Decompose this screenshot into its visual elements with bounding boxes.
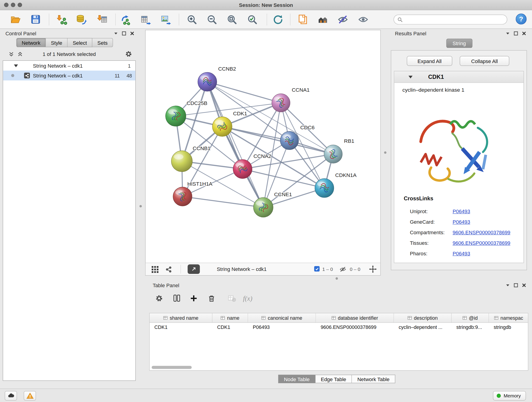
tab-network-table[interactable]: Network Table [352, 375, 395, 383]
tab-network[interactable]: Network [16, 38, 46, 47]
cloud-button[interactable] [5, 391, 17, 400]
refresh-view-button[interactable] [271, 13, 284, 26]
import-network-file-button[interactable] [55, 13, 68, 26]
zoom-in-button[interactable] [185, 13, 198, 26]
share-network-icon[interactable] [165, 266, 173, 274]
panel-close-icon[interactable] [130, 31, 134, 36]
network-edge[interactable] [222, 127, 333, 154]
export-network-button[interactable] [119, 13, 132, 26]
table-cell[interactable]: stringdb [489, 323, 528, 332]
crosslink-link[interactable]: P06493 [452, 219, 470, 225]
plus-icon [189, 294, 198, 303]
network-graph[interactable]: CCNB2CCNA1CDC25BCDK1CDC6RB1CCNB1CCNA2CDK… [146, 30, 380, 263]
crosslink-link[interactable]: P06493 [452, 208, 470, 214]
tab-string[interactable]: String [446, 39, 472, 48]
panel-maximize-icon[interactable] [122, 31, 126, 36]
zoom-out-button[interactable] [205, 13, 218, 26]
left-splitter-handle[interactable] [139, 205, 142, 207]
column-header-namespac[interactable]: namespac [489, 313, 528, 323]
column-header-description[interactable]: description [394, 313, 452, 323]
export-image-button[interactable] [159, 13, 172, 26]
network-node-HIST1H1A[interactable]: HIST1H1A [173, 181, 213, 206]
gene-section-header[interactable]: CDK1 [394, 71, 524, 83]
tab-select[interactable]: Select [68, 38, 92, 47]
network-node-CDC6[interactable]: CDC6 [280, 124, 315, 150]
horizontal-scrollbar[interactable] [152, 366, 192, 369]
panel-maximize-icon[interactable] [514, 31, 518, 36]
tree-item[interactable]: String Network – cdk11 [3, 61, 135, 70]
table-cell[interactable]: CDK1 [212, 323, 248, 332]
network-node-CDKN1A[interactable]: CDKN1A [315, 172, 357, 198]
column-header-canonical-name[interactable]: canonical name [248, 313, 316, 323]
network-node-CCNE1[interactable]: CCNE1 [253, 191, 292, 217]
tab-style[interactable]: Style [46, 38, 68, 47]
crosslink-link[interactable]: 9606.ENSP00000378699 [452, 230, 510, 235]
gear-icon[interactable] [125, 50, 133, 58]
column-header--id[interactable]: @id [452, 313, 489, 323]
hide-selected-button[interactable] [336, 13, 349, 26]
right-splitter-handle[interactable] [384, 151, 386, 153]
table-row[interactable]: CDK1CDK1P064939606.ENSP00000378699cyclin… [150, 323, 528, 332]
show-columns-button[interactable] [171, 293, 182, 304]
search-field[interactable] [394, 15, 507, 25]
zoom-selected-button[interactable] [246, 13, 259, 26]
table-cell[interactable]: CDK1 [150, 323, 212, 332]
warnings-button[interactable] [24, 391, 36, 400]
network-node-RB1[interactable]: RB1 [324, 138, 354, 163]
tab-node-table[interactable]: Node Table [278, 375, 315, 383]
panel-float-icon[interactable] [505, 283, 510, 287]
open-in-new-icon [191, 266, 196, 272]
export-table-button[interactable] [139, 13, 152, 26]
panel-float-icon[interactable] [114, 31, 118, 36]
open-session-button[interactable] [9, 13, 22, 26]
crosslink-label: Pharos: [410, 250, 428, 256]
table-cell[interactable]: stringdb:9... [452, 323, 489, 332]
tab-edge-table[interactable]: Edge Table [315, 375, 352, 383]
tab-sets[interactable]: Sets [92, 38, 113, 47]
help-button[interactable]: ? [516, 13, 526, 24]
add-column-button[interactable] [188, 293, 199, 304]
network-canvas[interactable]: CCNB2CCNA1CDC25BCDK1CDC6RB1CCNB1CCNA2CDK… [145, 30, 381, 275]
search-input[interactable] [405, 15, 507, 24]
table-cell[interactable]: 9606.ENSP00000378699 [316, 323, 394, 332]
home-layout-button[interactable] [316, 13, 329, 26]
panel-float-icon[interactable] [505, 31, 510, 36]
delete-column-button[interactable] [206, 293, 217, 304]
table-cell[interactable]: P06493 [248, 323, 316, 332]
expand-collapse-icon[interactable] [14, 64, 18, 67]
memory-button[interactable]: Memory [493, 391, 526, 400]
network-edge[interactable] [207, 82, 263, 207]
fit-content-crosshair-icon[interactable] [369, 265, 377, 274]
apply-function-button[interactable]: f(x) [242, 293, 253, 304]
panel-close-icon[interactable] [522, 283, 526, 287]
crosslink-link[interactable]: 9606.ENSP00000378699 [452, 240, 510, 246]
show-all-button[interactable] [356, 13, 369, 26]
table-import-icon [96, 14, 108, 25]
copy-button[interactable] [296, 13, 309, 26]
tree-item[interactable]: String Network – cdk11148 [3, 70, 135, 80]
network-node-CCNA1[interactable]: CCNA1 [272, 87, 310, 112]
open-in-new-window-button[interactable] [188, 264, 200, 274]
column-header-shared-name[interactable]: shared name [150, 313, 212, 323]
import-network-database-button[interactable] [75, 13, 88, 26]
table-header-row: shared namenamecanonical namedatabase id… [150, 313, 528, 323]
network-edge[interactable] [183, 196, 263, 207]
column-header-database-identifier[interactable]: database identifier [316, 313, 394, 323]
crosslink-link[interactable]: P06493 [452, 250, 470, 256]
table-settings-button[interactable] [153, 293, 165, 304]
horizontal-splitter-handle[interactable] [336, 277, 338, 280]
network-edge[interactable] [207, 82, 281, 103]
grid-view-icon[interactable] [151, 266, 159, 274]
zoom-fit-button[interactable] [225, 13, 238, 26]
panel-maximize-icon[interactable] [514, 283, 518, 287]
collapse-all-button[interactable]: Collapse All [460, 56, 509, 66]
expand-all-button[interactable]: Expand All [407, 56, 452, 66]
panel-close-icon[interactable] [522, 31, 526, 36]
table-cell[interactable]: cyclin–dependent ... [394, 323, 452, 332]
memory-status-dot [497, 394, 501, 398]
collapse-section-icon[interactable] [409, 76, 413, 78]
selected-checkbox-icon[interactable] [314, 266, 320, 272]
save-session-button[interactable] [29, 13, 42, 26]
column-header-name[interactable]: name [212, 313, 248, 323]
import-table-button[interactable] [95, 13, 108, 26]
